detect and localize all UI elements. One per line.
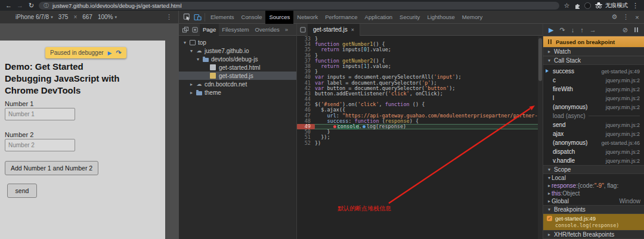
step-icon[interactable]: →: [590, 24, 596, 36]
tree-item-justwe7-github-io[interactable]: ▾☁justwe7.github.io: [179, 46, 296, 55]
editor-tab-get-started-js[interactable]: get-started.js ×: [308, 24, 360, 36]
extensions-puzzle-icon[interactable]: [574, 2, 581, 9]
editor-scrollbar[interactable]: [538, 36, 543, 239]
tab-application[interactable]: Application: [361, 11, 396, 24]
call-stack-frame-success[interactable]: successget-started.js:49: [543, 67, 644, 76]
back-icon[interactable]: ←: [5, 0, 13, 11]
breakpoint-checkbox[interactable]: ✓: [547, 216, 552, 221]
scrollbar-thumb[interactable]: [538, 38, 542, 81]
call-stack-frame-dispatch[interactable]: dispatchjquery.min.js:2: [543, 147, 644, 156]
zoom-select[interactable]: 100% ▾: [98, 14, 117, 20]
code-token: );: [431, 80, 436, 86]
tab-console[interactable]: Console: [238, 11, 266, 24]
navigator-tab-overrides[interactable]: Overrides: [252, 24, 283, 36]
tree-item-get-started-html[interactable]: get-started.html: [179, 63, 296, 72]
tab-memory[interactable]: Memory: [459, 11, 486, 24]
scope-section-header[interactable]: ▾ Scope: [543, 165, 644, 174]
call-stack-frame-v-handle[interactable]: v.handlejquery.min.js:2: [543, 156, 644, 165]
number2-input[interactable]: [5, 139, 75, 151]
toggle-device-toolbar-icon[interactable]: [192, 11, 203, 24]
scope-variable-this[interactable]: ▸this: Object: [543, 190, 644, 197]
device-height-field[interactable]: 667: [82, 14, 92, 20]
caret-down-icon[interactable]: ▾: [182, 40, 187, 45]
scope-variable-response[interactable]: ▸response: {code: "-9", flag:: [543, 182, 644, 190]
resume-script-icon[interactable]: ▶: [549, 24, 553, 36]
caret-right-icon[interactable]: ▸: [189, 82, 194, 87]
settings-gear-icon[interactable]: ⚙: [610, 13, 619, 21]
inspect-element-icon[interactable]: [181, 11, 192, 24]
call-stack-frame-anonymous[interactable]: (anonymous)jquery.min.js:2: [543, 103, 644, 111]
call-stack-frame-l[interactable]: ljquery.min.js:2: [543, 94, 644, 103]
code-token: () {: [373, 42, 385, 47]
navigator-tab-page[interactable]: Page: [200, 24, 219, 36]
call-stack-frame-send[interactable]: sendjquery.min.js:2: [543, 120, 644, 129]
site-info-icon[interactable]: ⓘ: [44, 2, 49, 10]
call-stack-frame-c[interactable]: cjquery.min.js:2: [543, 76, 644, 85]
tree-item-cdn-bootcdn-net[interactable]: ▸☁cdn.bootcdn.net: [179, 80, 296, 88]
number1-input[interactable]: [5, 108, 75, 120]
send-button[interactable]: send: [7, 184, 37, 198]
tab-security[interactable]: Security: [396, 11, 423, 24]
code-token: ).on(: [342, 102, 358, 107]
tab-elements[interactable]: Elements: [207, 11, 238, 24]
file-tree: ▾top▾☁justwe7.github.io▾devtools/debug-j…: [179, 36, 296, 97]
tree-item-theme[interactable]: ▸theme: [179, 88, 296, 97]
address-bar[interactable]: ⓘ justwe7.github.io/devtools/debug-js/ge…: [39, 2, 559, 10]
tab-network[interactable]: Network: [293, 11, 321, 24]
add-numbers-button[interactable]: Add Number 1 and Number 2: [5, 161, 98, 175]
code-token: inputs[: [339, 47, 364, 52]
step-out-icon[interactable]: ↑: [580, 24, 584, 36]
device-select[interactable]: iPhone 6/7/8 ▾: [16, 14, 53, 20]
zoom-select-value: 100%: [98, 14, 113, 20]
close-tab-icon[interactable]: ×: [351, 27, 354, 33]
extension-avatar-icon[interactable]: [584, 2, 591, 9]
scope-global-header[interactable]: ▸ Global Window: [543, 197, 644, 205]
scope-local-header[interactable]: ▾ Local: [543, 174, 644, 182]
more-tabs-icon[interactable]: »: [283, 26, 290, 33]
demo-page: Demo: Get Started Debugging JavaScript w…: [0, 41, 165, 239]
navigator-focus-icon[interactable]: [190, 24, 200, 36]
reload-icon[interactable]: ↻: [27, 0, 35, 11]
device-width-field[interactable]: 375: [58, 14, 69, 20]
step-over-icon[interactable]: ↷: [559, 24, 565, 36]
editor-pane-icon[interactable]: [298, 24, 308, 36]
bookmark-star-icon[interactable]: ☆: [563, 0, 571, 11]
browser-menu-icon[interactable]: ⋮: [631, 0, 639, 11]
call-stack-frame-load-async[interactable]: load (async): [543, 111, 644, 120]
caret-down-icon[interactable]: ▾: [196, 57, 200, 62]
tab-lighthouse[interactable]: Lighthouse: [423, 11, 458, 24]
close-devtools-icon[interactable]: ×: [633, 14, 642, 21]
tab-sources[interactable]: Sources: [265, 11, 293, 24]
call-stack-frame-anonymous[interactable]: (anonymous)get-started.js:46: [543, 138, 644, 147]
tree-item-devtools-debug-js[interactable]: ▾devtools/debug-js: [179, 55, 296, 63]
forward-icon[interactable]: →: [16, 0, 24, 11]
watch-section-header[interactable]: ▸ Watch: [543, 47, 644, 56]
resume-script-icon[interactable]: ▶: [108, 50, 112, 56]
line-number[interactable]: 52: [297, 141, 315, 146]
breakpoints-section-header[interactable]: ▾ Breakpoints: [543, 205, 644, 214]
xhr-breakpoints-section-header[interactable]: ▸ XHR/fetch Breakpoints: [543, 230, 644, 239]
column-breakpoint-icon[interactable]: [363, 125, 366, 128]
call-stack-section-header[interactable]: ▾ Call Stack: [543, 56, 644, 65]
breakpoint-entry[interactable]: ✓ get-started.js:49 console.log(response…: [543, 214, 644, 230]
navigator-tab-filesystem[interactable]: Filesystem: [219, 24, 252, 36]
caret-right-icon[interactable]: ▸: [189, 90, 194, 95]
caret-down-icon[interactable]: ▾: [189, 48, 194, 54]
code-area[interactable]: 33}34function getNumber1() {35 return in…: [297, 36, 538, 239]
call-stack-frame-firewith[interactable]: fireWithjquery.min.js:2: [543, 85, 644, 94]
navigator-group-icon[interactable]: [181, 24, 190, 36]
code-text: var button = document.querySelector('but…: [315, 86, 538, 91]
devtools-menu-icon[interactable]: ⋮: [621, 13, 630, 21]
tab-performance[interactable]: Performance: [321, 11, 361, 24]
step-over-icon[interactable]: ↷: [116, 49, 121, 57]
tree-item-top[interactable]: ▾top: [179, 38, 296, 46]
tree-item-get-started-js[interactable]: get-started.js: [179, 72, 296, 80]
step-into-icon[interactable]: ↓: [571, 24, 575, 36]
deactivate-breakpoints-icon[interactable]: ⊘: [623, 24, 628, 36]
pause-on-exceptions-icon[interactable]: [634, 27, 639, 32]
call-stack-frame-ajax[interactable]: ajaxjquery.min.js:2: [543, 129, 644, 138]
device-toolbar-menu-icon[interactable]: ⋮: [166, 13, 172, 21]
inline-breakpoint-icon[interactable]: [333, 125, 336, 128]
code-text: }: [315, 69, 538, 75]
variable-preview: , flag:: [604, 182, 618, 189]
